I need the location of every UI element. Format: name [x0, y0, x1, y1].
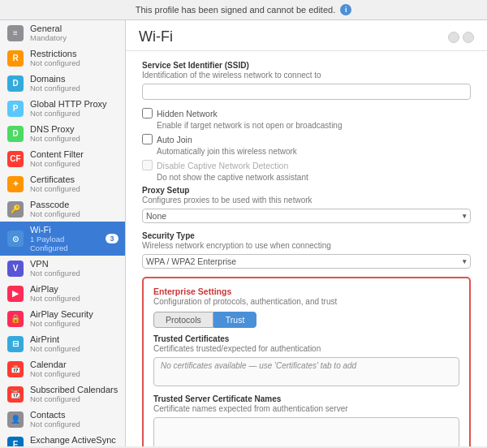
trusted-certs-box: No certificates available — use 'Certifi…	[153, 357, 459, 386]
sidebar-sub-dns-proxy: Not configured	[30, 134, 119, 143]
sidebar-sub-contacts: Not configured	[30, 420, 119, 429]
sidebar-label-exchange: Exchange ActiveSync	[30, 435, 119, 445]
proxy-desc: Configures proxies to be used with this …	[142, 196, 471, 205]
tab-protocols[interactable]: Protocols	[153, 312, 213, 328]
info-icon[interactable]: i	[340, 4, 351, 15]
wifi-icon: ⊙	[7, 230, 24, 247]
sidebar-item-passcode[interactable]: 🔑 Passcode Not configured	[0, 196, 125, 222]
ssid-input[interactable]	[142, 84, 471, 100]
sidebar-item-content-filter[interactable]: CF Content Filter Not configured	[0, 146, 125, 171]
proxy-select[interactable]: None Manual Auto	[142, 209, 471, 223]
content-filter-icon: CF	[7, 151, 24, 167]
sidebar-sub-restrictions: Not configured	[30, 58, 119, 67]
sidebar-sub-general: Mandatory	[30, 33, 119, 42]
proxy-section: Proxy Setup Configures proxies to be use…	[142, 186, 471, 223]
trusted-certs-section: Trusted Certificates Certificates truste…	[153, 334, 459, 386]
dns-icon: D	[7, 126, 24, 142]
sidebar-label-wifi: Wi-Fi	[30, 225, 100, 235]
sidebar-sub-vpn: Not configured	[30, 269, 119, 278]
sidebar-sub-passcode: Not configured	[30, 209, 119, 218]
sidebar-sub-certificates: Not configured	[30, 184, 119, 193]
sidebar-sub-http-proxy: Not configured	[30, 109, 119, 118]
enterprise-section: Enterprise Settings Configuration of pro…	[142, 277, 471, 446]
sidebar-sub-subscribed-calendars: Not configured	[30, 394, 119, 403]
sidebar-sub-domains: Not configured	[30, 84, 119, 93]
sidebar-item-airprint[interactable]: ⊟ AirPrint Not configured	[0, 331, 125, 356]
trusted-server-names-section: Trusted Server Certificate Names Certifi…	[153, 394, 459, 446]
sidebar-label-contacts: Contacts	[30, 410, 119, 420]
security-label: Security Type	[142, 231, 471, 240]
sidebar-label-calendar: Calendar	[30, 360, 119, 369]
hidden-network-checkbox[interactable]	[142, 108, 153, 118]
sidebar-item-contacts[interactable]: 👤 Contacts Not configured	[0, 407, 125, 432]
page-title: Wi-Fi	[139, 28, 173, 45]
proxy-label: Proxy Setup	[142, 186, 471, 195]
hidden-network-desc: Enable if target network is not open or …	[157, 121, 471, 130]
captive-label: Disable Captive Network Detection	[157, 161, 288, 170]
sidebar-item-subscribed-calendars[interactable]: 📆 Subscribed Calendars Not configured	[0, 381, 125, 407]
captive-desc: Do not show the captive network assistan…	[157, 173, 471, 182]
sidebar-label-certificates: Certificates	[30, 174, 119, 184]
trusted-certs-placeholder: No certificates available — use 'Certifi…	[161, 361, 356, 370]
trusted-server-names-desc: Certificate names expected from authenti…	[153, 404, 459, 413]
hidden-network-label: Hidden Network	[157, 109, 218, 118]
ssid-label: Service Set Identifier (SSID)	[142, 61, 471, 70]
sidebar-sub-wifi: 1 Payload Configured	[30, 235, 100, 252]
sidebar-item-certificates[interactable]: ✦ Certificates Not configured	[0, 171, 125, 196]
sidebar-sub-airplay-security: Not configured	[30, 319, 119, 328]
sidebar-item-calendar[interactable]: 📅 Calendar Not configured	[0, 356, 125, 381]
auto-join-checkbox[interactable]	[142, 134, 153, 144]
sidebar-item-domains[interactable]: D Domains Not configured	[0, 71, 125, 96]
window-btn-2[interactable]	[463, 32, 474, 43]
window-btn-1[interactable]	[448, 32, 459, 43]
ssid-desc: Identification of the wireless network t…	[142, 71, 471, 80]
sidebar-label-airplay-security: AirPlay Security	[30, 309, 119, 319]
sidebar-label-general: General	[30, 24, 119, 33]
calendar-icon: 📅	[7, 361, 24, 377]
sidebar-item-global-http-proxy[interactable]: P Global HTTP Proxy Not configured	[0, 96, 125, 121]
sidebar-item-airplay[interactable]: ▶ AirPlay Not configured	[0, 281, 125, 306]
sidebar-item-dns-proxy[interactable]: D DNS Proxy Not configured	[0, 121, 125, 146]
sidebar-sub-exchange: Not configured	[30, 445, 119, 446]
trusted-certs-label: Trusted Certificates	[153, 334, 459, 343]
sidebar-item-vpn[interactable]: V VPN Not configured	[0, 256, 125, 281]
content-area: Wi-Fi Service Set Identifier (SSID) Iden…	[126, 20, 487, 446]
auto-join-desc: Automatically join this wireless network	[157, 147, 471, 156]
top-bar-message: This profile has been signed and cannot …	[136, 5, 335, 15]
certificates-icon: ✦	[7, 176, 24, 192]
sidebar-item-restrictions[interactable]: R Restrictions Not configured	[0, 45, 125, 71]
sidebar-label-content-filter: Content Filter	[30, 149, 119, 159]
sidebar-item-airplay-security[interactable]: 🔒 AirPlay Security Not configured	[0, 306, 125, 331]
security-desc: Wireless network encryption to use when …	[142, 241, 471, 250]
sidebar-label-restrictions: Restrictions	[30, 49, 119, 58]
sidebar-label-airplay: AirPlay	[30, 284, 119, 294]
auto-join-label: Auto Join	[157, 135, 192, 144]
sidebar-label-domains: Domains	[30, 74, 119, 84]
airplay-security-icon: 🔒	[7, 311, 24, 327]
sidebar-sub-airplay: Not configured	[30, 294, 119, 303]
ssid-section: Service Set Identifier (SSID) Identifica…	[142, 61, 471, 100]
enterprise-desc: Configuration of protocols, authenticati…	[153, 297, 459, 306]
vpn-icon: V	[7, 261, 24, 277]
trusted-certs-desc: Certificates trusted/expected for authen…	[153, 344, 459, 353]
http-proxy-icon: P	[7, 101, 24, 117]
hidden-network-row: Hidden Network	[142, 108, 471, 118]
sidebar-item-general[interactable]: ≡ General Mandatory	[0, 20, 125, 45]
sidebar-item-exchange-activesync[interactable]: E Exchange ActiveSync Not configured	[0, 432, 125, 446]
sidebar-label-airprint: AirPrint	[30, 334, 119, 344]
general-icon: ≡	[7, 25, 24, 41]
airprint-icon: ⊟	[7, 336, 24, 352]
security-type-select[interactable]: WPA / WPA2 Enterprise WPA2 Personal None	[142, 254, 471, 269]
captive-checkbox[interactable]	[142, 160, 153, 170]
enterprise-title: Enterprise Settings	[153, 286, 459, 296]
wifi-badge: 3	[106, 234, 119, 243]
subscribed-cal-icon: 📆	[7, 386, 24, 403]
exchange-icon: E	[7, 437, 24, 447]
auto-join-row: Auto Join	[142, 134, 471, 144]
tab-trust[interactable]: Trust	[213, 312, 257, 328]
enterprise-tabs: Protocols Trust	[153, 312, 459, 328]
sidebar-sub-calendar: Not configured	[30, 369, 119, 378]
sidebar-item-wifi[interactable]: ⊙ Wi-Fi 1 Payload Configured 3	[0, 222, 125, 256]
domains-icon: D	[7, 75, 24, 92]
security-section: Security Type Wireless network encryptio…	[142, 231, 471, 269]
